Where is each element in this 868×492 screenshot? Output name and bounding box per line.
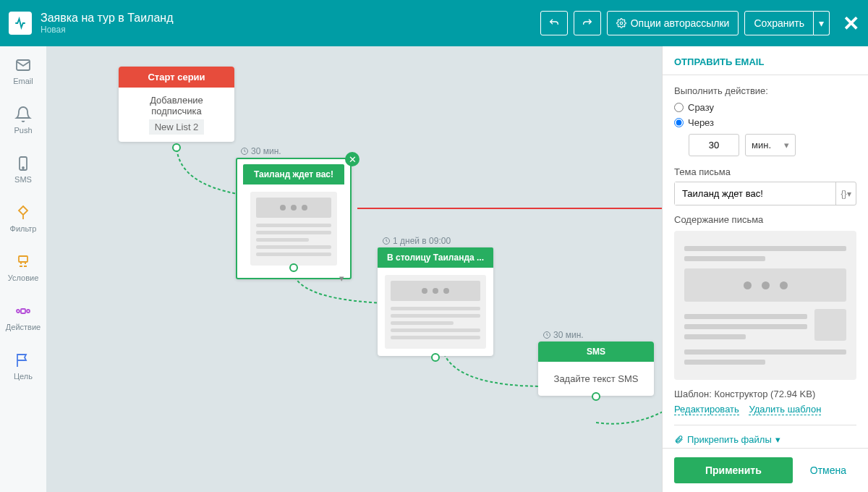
template-preview [674,231,856,380]
connector-dot[interactable] [289,263,298,272]
svg-point-5 [17,310,20,313]
gear-icon [616,18,626,28]
apply-button[interactable]: Применить [674,457,793,483]
radio-now[interactable]: Сразу [674,102,856,113]
flow-canvas[interactable]: Старт серии Добавление подписчика New Li… [46,46,662,492]
delay-unit-select[interactable]: мин. [745,134,796,156]
action-label: Выполнить действие: [674,85,856,96]
filter-icon [14,204,32,221]
svg-rect-4 [19,256,27,262]
delay-value-input[interactable] [689,134,739,156]
tools-sidebar: Email Push SMS Фильтр Условие Действие Ц… [0,46,46,492]
node-start-desc: Добавление подписчика [126,95,227,116]
node-start[interactable]: Старт серии Добавление подписчика New Li… [119,67,234,142]
delay-label-3: 30 мин. [542,330,584,340]
connector-dot[interactable] [592,392,600,401]
autoresponder-button[interactable]: Опции авторассылки [607,11,739,35]
radio-delay[interactable]: Через [674,117,856,128]
connector-dot[interactable] [431,353,440,362]
cancel-button[interactable]: Отмена [800,457,856,483]
paperclip-icon [674,435,684,444]
node-start-list: New List 2 [149,119,205,135]
phone-icon [14,155,32,172]
flag-icon [14,352,32,369]
save-button[interactable]: Сохранить [744,11,814,35]
radio-delay-input[interactable] [674,118,684,127]
node-email-1[interactable]: Таиланд ждет вас! [236,158,352,279]
tool-email[interactable]: Email [0,46,46,96]
svg-point-3 [22,167,24,169]
save-dropdown[interactable]: ▾ [814,11,830,35]
node-email-2[interactable]: В столицу Таиланда ... [378,247,493,356]
attach-files-link[interactable]: Прикрепить файлы ▾ [674,425,856,445]
node-sms[interactable]: SMS Задайте текст SMS [538,342,654,396]
node-email-1-title: Таиланд ждет вас! [243,164,344,184]
action-icon [14,302,32,320]
node-email-2-title: В столицу Таиланда ... [378,247,493,268]
edit-template-link[interactable]: Редактировать [674,404,739,415]
variables-button[interactable]: {}▾ [835,182,856,205]
properties-panel: ОТПРАВИТЬ EMAIL Выполнить действие: Сраз… [662,46,868,492]
svg-point-6 [27,310,30,313]
tool-filter[interactable]: Фильтр [0,194,46,243]
clock-icon [382,237,391,245]
close-icon[interactable]: ✕ [843,12,859,35]
page-status: Новая [41,25,174,35]
node-sms-title: SMS [538,342,654,362]
node-sms-desc: Задайте текст SMS [538,362,654,396]
subject-label: Тема письма [674,166,856,177]
template-info: Шаблон: Конструктор (72.94 KB) [674,389,856,399]
connector-dot[interactable] [172,143,181,152]
email-icon [14,56,32,74]
logo-icon [9,12,32,35]
node-start-title: Старт серии [119,67,234,88]
delete-template-link[interactable]: Удалить шаблон [749,404,821,415]
bell-icon [14,106,32,123]
app-header: Заявка на тур в Таиланд Новая Опции авто… [0,0,868,46]
delay-label-2: 1 дней в 09:00 [382,236,451,246]
svg-rect-7 [21,309,25,313]
clock-icon [240,147,249,156]
panel-title: ОТПРАВИТЬ EMAIL [663,46,868,75]
tool-push[interactable]: Push [0,96,46,145]
condition-icon [14,253,32,271]
delay-label-1: 30 мин. [240,146,281,156]
delete-node-button[interactable]: ✕ [345,152,359,166]
subject-input[interactable] [675,182,835,205]
undo-button[interactable] [540,11,568,35]
clock-icon [542,331,551,339]
tool-goal[interactable]: Цель [0,342,46,391]
svg-point-0 [620,22,623,25]
tool-condition[interactable]: Условие [0,243,46,292]
tool-sms[interactable]: SMS [0,145,46,194]
redo-button[interactable] [574,11,601,35]
page-title: Заявка на тур в Таиланд [41,12,174,25]
title-block: Заявка на тур в Таиланд Новая [41,12,174,35]
tool-action[interactable]: Действие [0,292,46,342]
content-label: Содержание письма [674,214,856,225]
radio-now-input[interactable] [674,103,684,112]
